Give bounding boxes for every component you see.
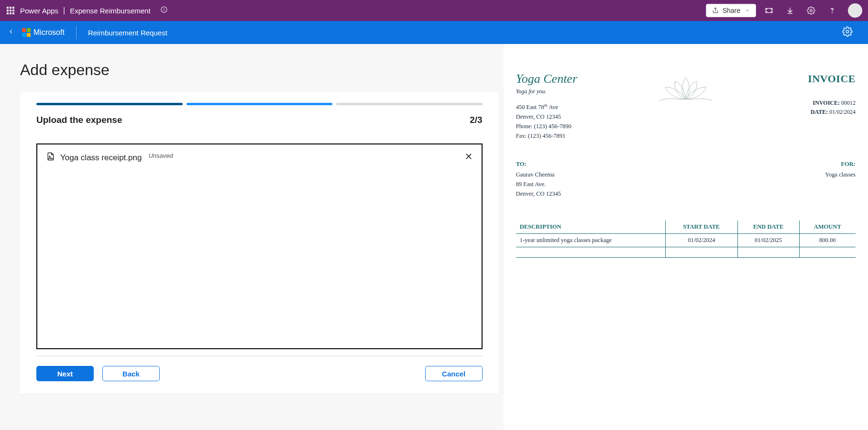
meta-date: 01/02/2024 <box>829 109 856 115</box>
addr-sup: th <box>544 103 548 108</box>
settings-icon[interactable] <box>803 2 819 19</box>
invoice-address: 450 East 78th Ave Denver, CO 12345 Phone… <box>516 102 652 141</box>
progress-seg-1 <box>36 103 183 105</box>
back-icon[interactable] <box>8 28 14 37</box>
svg-point-13 <box>49 156 50 157</box>
page-title: Add expense <box>20 61 499 79</box>
next-label: Next <box>57 370 73 378</box>
app-name-label: Expense Reimbursement <box>70 7 150 15</box>
progress-seg-2 <box>187 103 333 105</box>
invoice-preview: Yoga Center Yoga for you. 450 East 78th … <box>516 73 856 258</box>
divider <box>76 26 77 39</box>
meta-invoice-label: INVOICE: <box>813 99 840 106</box>
step-label: Upload the expense <box>36 115 122 125</box>
to-name: Gaurav Cheema <box>516 170 686 179</box>
addr-line-1b: Ave <box>548 104 558 110</box>
file-status: Unsaved <box>148 152 173 159</box>
table-row <box>516 247 856 258</box>
progress-bar <box>36 103 483 105</box>
meta-invoice-no: 00012 <box>841 99 856 106</box>
addr-line-1a: 450 East 78 <box>516 104 544 110</box>
back-label: Back <box>122 370 140 378</box>
next-button[interactable]: Next <box>36 366 94 381</box>
app-settings-icon[interactable] <box>842 26 853 39</box>
help-icon[interactable] <box>824 2 840 19</box>
file-image-icon <box>46 151 55 164</box>
to-addr2: Denver, CO 12345 <box>516 189 686 198</box>
th-desc: DESCRIPTION <box>516 221 666 234</box>
profile-avatar[interactable] <box>848 3 862 18</box>
back-button[interactable]: Back <box>102 366 160 381</box>
wizard-card: Upload the expense 2/3 Yoga class receip… <box>20 92 499 394</box>
addr-line-2: Denver, CO 12345 <box>516 112 652 121</box>
fit-icon[interactable] <box>761 2 777 19</box>
th-start: START DATE <box>665 221 737 234</box>
ms-logo: Microsoft <box>22 28 65 37</box>
th-amount: AMOUNT <box>799 221 856 234</box>
svg-point-11 <box>832 12 833 13</box>
app-launcher-icon[interactable] <box>6 6 15 15</box>
download-icon[interactable] <box>782 2 798 19</box>
cancel-label: Cancel <box>442 370 465 378</box>
invoice-table: DESCRIPTION START DATE END DATE AMOUNT 1… <box>516 221 856 258</box>
step-count: 2/3 <box>470 115 482 125</box>
cell-end: 01/02/2025 <box>737 234 799 247</box>
lotus-icon <box>652 73 719 106</box>
for-value: Yoga classes <box>686 170 856 179</box>
remove-file-icon[interactable] <box>464 152 473 163</box>
share-label: Share <box>723 7 740 14</box>
share-button[interactable]: Share <box>706 4 756 17</box>
file-row: Yoga class receipt.png Unsaved <box>46 151 473 164</box>
chevron-down-icon <box>745 7 750 14</box>
invoice-brand: Yoga Center <box>516 73 652 85</box>
ms-label: Microsoft <box>33 28 65 37</box>
upload-dropzone[interactable]: Yoga class receipt.png Unsaved <box>36 143 483 349</box>
table-row: 1-year unlimited yoga classes package 01… <box>516 234 856 247</box>
meta-date-label: DATE: <box>811 109 828 115</box>
cancel-button[interactable]: Cancel <box>425 366 483 381</box>
th-end: END DATE <box>737 221 799 234</box>
cell-amount: 800.00 <box>799 234 856 247</box>
addr-fax: Fax: (123) 456-7891 <box>516 131 652 141</box>
for-label: FOR: <box>686 161 856 168</box>
progress-seg-3 <box>336 103 483 105</box>
page-name: Reimbursement Request <box>88 29 167 37</box>
svg-point-12 <box>846 30 849 33</box>
info-icon[interactable] <box>160 6 168 15</box>
separator: | <box>63 6 65 15</box>
file-name: Yoga class receipt.png <box>60 153 142 163</box>
svg-point-2 <box>164 8 164 9</box>
to-label: TO: <box>516 161 686 168</box>
cell-desc: 1-year unlimited yoga classes package <box>516 234 666 247</box>
cell-start: 01/02/2024 <box>665 234 737 247</box>
divider <box>36 356 483 356</box>
addr-phone: Phone: (123) 456-7890 <box>516 121 652 131</box>
svg-point-10 <box>810 10 813 12</box>
brand-label: Power Apps <box>20 7 58 15</box>
invoice-title: INVOICE <box>719 73 856 85</box>
invoice-tagline: Yoga for you. <box>516 88 652 95</box>
to-addr1: 89 East Ave. <box>516 179 686 189</box>
